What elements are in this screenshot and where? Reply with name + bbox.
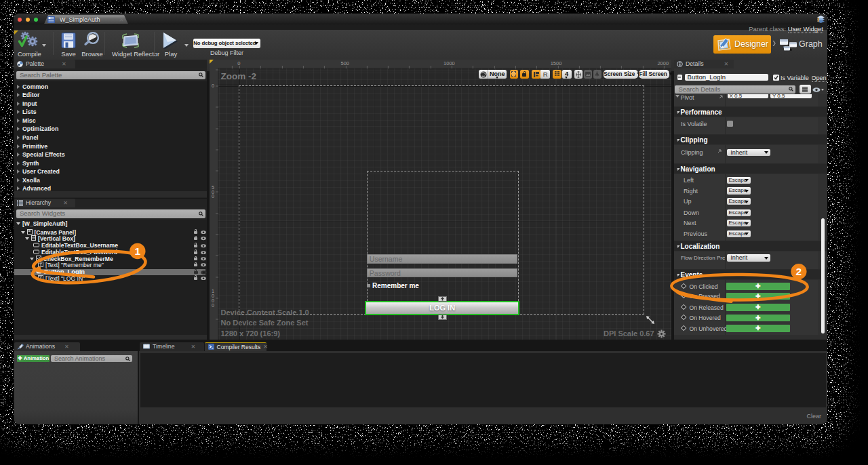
svg-text:2: 2 <box>796 266 802 277</box>
svg-text:1: 1 <box>134 245 140 257</box>
